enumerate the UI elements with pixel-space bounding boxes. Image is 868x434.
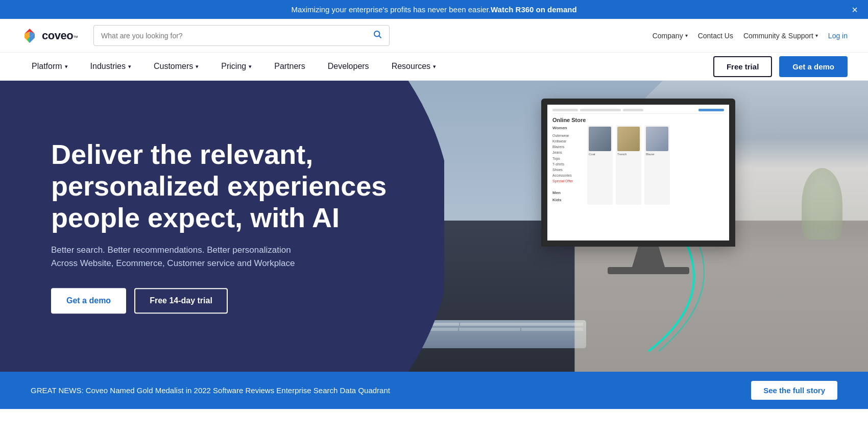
platform-chevron-icon: ▾ [65,63,68,70]
contact-link[interactable]: Contact Us [698,32,733,40]
banner-link[interactable]: Watch R360 on demand [491,5,577,14]
nav-item-industries[interactable]: Industries ▾ [79,53,142,80]
store-ui: Online Store Women Outerwear Knitwear Bl… [547,105,729,209]
search-bar [93,25,390,46]
nav-item-developers[interactable]: Developers [317,53,380,80]
banner-close-button[interactable]: × [852,4,858,15]
store-title: Online Store [552,117,724,123]
nav-left: Platform ▾ Industries ▾ Customers ▾ Pric… [20,53,713,80]
hero-title: Deliver the relevant, personalized exper… [51,138,408,233]
hero-buttons: Get a demo Free 14-day trial [51,288,408,314]
hero-content: Deliver the relevant, personalized exper… [51,138,408,314]
hero-monitor: Online Store Women Outerwear Knitwear Bl… [541,99,756,282]
nav-item-partners[interactable]: Partners [263,53,316,80]
search-icon [373,30,382,39]
product-image-coat [589,127,611,151]
product-image-blazer [646,127,668,151]
header: coveo ™ Company ▾ Contact Us Community &… [0,19,868,53]
hero-free-trial-button[interactable]: Free 14-day trial [134,288,228,314]
store-products: Coat Trench Blazer [587,125,724,205]
product-card-1: Coat [587,125,613,205]
login-link[interactable]: Log in [828,32,848,40]
header-right: Company ▾ Contact Us Community & Support… [653,32,848,40]
monitor-base [608,267,689,274]
svg-point-1 [374,31,380,37]
community-link[interactable]: Community & Support ▾ [743,32,818,40]
store-header [552,109,724,114]
resources-chevron-icon: ▾ [433,63,436,70]
nav-right: Free trial Get a demo [713,56,848,77]
navigation: Platform ▾ Industries ▾ Customers ▾ Pric… [0,53,868,81]
customers-chevron-icon: ▾ [196,63,199,70]
monitor-screen: Online Store Women Outerwear Knitwear Bl… [541,99,735,247]
bottom-banner-text: GREAT NEWS: Coveo Named Gold Medalist in… [31,386,390,395]
hero-section: Online Store Women Outerwear Knitwear Bl… [0,81,868,372]
logo-tm: ™ [73,35,78,40]
search-button[interactable] [373,30,382,41]
top-banner: Maximizing your enterprise's profits has… [0,0,868,19]
logo-text: coveo [42,29,73,42]
nav-item-pricing[interactable]: Pricing ▾ [210,53,263,80]
company-chevron-icon: ▾ [685,33,688,38]
bottom-banner-button[interactable]: See the full story [751,381,837,400]
svg-line-2 [379,36,381,38]
get-demo-nav-button[interactable]: Get a demo [779,56,848,77]
store-menu: Women Outerwear Knitwear Blazers Jeans T… [552,125,583,205]
company-link[interactable]: Company ▾ [653,32,688,40]
industries-chevron-icon: ▾ [128,63,131,70]
nav-item-customers[interactable]: Customers ▾ [142,53,210,80]
free-trial-button[interactable]: Free trial [713,56,772,77]
community-chevron-icon: ▾ [815,33,818,38]
bottom-banner: GREAT NEWS: Coveo Named Gold Medalist in… [0,372,868,409]
product-card-3: Blazer [644,125,670,205]
hero-get-demo-button[interactable]: Get a demo [51,288,126,314]
hero-subtitle: Better search. Better recommendations. B… [51,244,408,270]
nav-item-resources[interactable]: Resources ▾ [380,53,447,80]
monitor-stand [628,247,669,267]
pricing-chevron-icon: ▾ [249,63,252,70]
banner-text: Maximizing your enterprise's profits has… [291,5,491,14]
logo[interactable]: coveo ™ [20,27,78,45]
search-input[interactable] [101,32,369,40]
product-image-trench [617,127,640,151]
coveo-logo-icon [20,27,39,45]
product-card-2: Trench [616,125,641,205]
nav-item-platform[interactable]: Platform ▾ [20,53,79,80]
store-content: Women Outerwear Knitwear Blazers Jeans T… [552,125,724,205]
